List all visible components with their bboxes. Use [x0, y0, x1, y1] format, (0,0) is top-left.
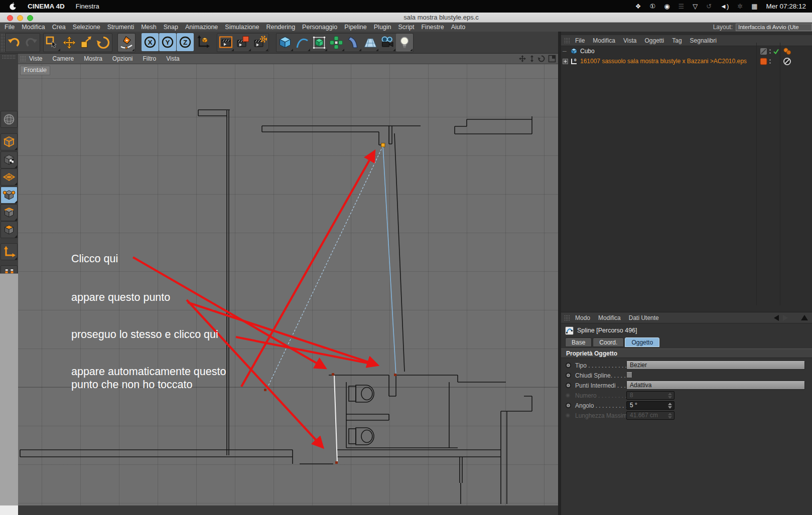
viewport-rotate-icon[interactable] [537, 55, 546, 63]
array-generator-button[interactable] [328, 34, 345, 52]
menu-mesh[interactable]: Mesh [141, 24, 157, 31]
render-picture-viewer-button[interactable] [234, 34, 251, 52]
om-menu-tag[interactable]: Tag [672, 37, 682, 44]
keyboard-icon[interactable]: ▦ [751, 3, 757, 10]
viewport-zoom-icon[interactable] [529, 55, 535, 63]
spline-point[interactable] [264, 389, 266, 391]
camera-button[interactable] [379, 34, 396, 52]
om-menu-vista[interactable]: Vista [623, 37, 636, 44]
menu-personaggio[interactable]: Personaggio [302, 24, 337, 31]
render-view-button[interactable] [217, 34, 234, 52]
volume-icon[interactable]: ◄) [720, 3, 729, 10]
bluetooth-icon[interactable]: ✲ [737, 3, 743, 10]
cube-primitive-button[interactable] [277, 34, 294, 52]
viewport-grip[interactable] [20, 56, 26, 62]
animation-dot-icon[interactable] [566, 363, 571, 368]
scale-tool[interactable] [78, 34, 95, 52]
menu-simulazione[interactable]: Simulazione [225, 24, 259, 31]
menu-strumenti[interactable]: Strumenti [107, 24, 134, 31]
menu-file[interactable]: File [5, 24, 15, 31]
object-manager-grip[interactable] [564, 38, 570, 44]
viewport-menu-mostra[interactable]: Mostra [84, 55, 102, 62]
floor-environment-button[interactable] [362, 34, 379, 52]
tab-oggetto[interactable]: Oggetto [625, 337, 659, 347]
creative-cloud-icon[interactable]: ◉ [664, 3, 669, 10]
spline-point[interactable] [332, 373, 334, 376]
menu-animazione[interactable]: Animazione [185, 24, 218, 31]
menu-modifica[interactable]: Modifica [22, 24, 45, 31]
model-mode-button[interactable] [1, 133, 18, 150]
animation-dot-icon[interactable] [566, 373, 571, 378]
subdivision-surface-button[interactable] [311, 34, 328, 52]
axis-mode-button[interactable] [1, 243, 18, 260]
visibility-dots[interactable] [769, 59, 771, 64]
angolo-field[interactable]: 5 ° [626, 401, 674, 410]
mode-toolbar-grip[interactable] [2, 55, 16, 59]
object-name[interactable]: Cubo [580, 48, 595, 55]
punti-intermedi-dropdown[interactable]: Adattiva [626, 381, 805, 390]
layer-icon[interactable] [760, 48, 767, 55]
menu-aiuto[interactable]: Aiuto [451, 24, 466, 31]
camera-view-label[interactable]: Frontale [20, 66, 50, 75]
spline-point[interactable] [394, 374, 396, 376]
redo-button[interactable] [23, 34, 40, 52]
menu-bar-clock[interactable]: Mer 07:28:12 [766, 3, 806, 10]
layer-color-icon[interactable] [760, 58, 767, 65]
menu-plugin[interactable]: Plugin [374, 24, 391, 31]
viewport-menu-viste[interactable]: Viste [29, 55, 42, 62]
animation-dot-icon[interactable] [566, 403, 571, 408]
am-menu-modo[interactable]: Modo [575, 314, 590, 321]
section-header[interactable]: Proprietà Oggetto [561, 349, 812, 358]
am-menu-modifica[interactable]: Modifica [598, 314, 621, 321]
viewport-menu-opzioni[interactable]: Opzioni [112, 55, 133, 62]
render-settings-button[interactable] [251, 34, 268, 52]
coordinate-system-button[interactable] [194, 33, 211, 51]
points-mode-button[interactable] [1, 187, 18, 204]
undo-button[interactable] [6, 34, 23, 52]
workplane-mode-button[interactable] [1, 168, 18, 186]
tab-coord[interactable]: Coord. [593, 337, 624, 347]
object-row-eps[interactable]: 0 161007 sassuolo sala mostra blustyle x… [561, 56, 812, 66]
om-menu-file[interactable]: File [575, 37, 585, 44]
tab-base[interactable]: Base [565, 337, 592, 347]
om-menu-oggetti[interactable]: Oggetti [645, 37, 664, 44]
om-menu-segnalibri[interactable]: Segnalibri [690, 37, 717, 44]
history-back-icon[interactable] [774, 315, 779, 321]
layout-selector[interactable]: Interfaccia di Avvio (Ute [736, 24, 812, 31]
parent-object-icon[interactable] [801, 315, 808, 320]
dropbox-icon[interactable]: ❖ [635, 3, 641, 10]
edge-mode-button[interactable] [1, 204, 18, 221]
toolbar-grip[interactable] [1, 34, 5, 52]
menu-rendering[interactable]: Rendering [266, 24, 295, 31]
menu-snap[interactable]: Snap [164, 24, 178, 31]
menu-crea[interactable]: Crea [52, 24, 66, 31]
menu-finestre[interactable]: Finestre [421, 24, 444, 31]
visibility-dots[interactable] [769, 49, 771, 54]
history-forward-icon[interactable] [783, 315, 788, 321]
disabled-tag-icon[interactable] [783, 57, 791, 66]
spline-primitive-button[interactable] [294, 34, 311, 52]
viewport-menu-filtro[interactable]: Filtro [143, 55, 157, 62]
om-menu-modifica[interactable]: Modifica [593, 37, 615, 44]
enabled-check-icon[interactable] [773, 48, 779, 55]
chiudi-spline-checkbox[interactable] [626, 372, 632, 378]
lock-y-axis-button[interactable]: Y [159, 33, 176, 51]
expand-icon[interactable] [563, 59, 568, 64]
animation-dot-icon[interactable] [566, 383, 571, 388]
make-editable-button[interactable] [1, 111, 18, 128]
viewport-pan-icon[interactable] [518, 55, 526, 63]
rotate-tool[interactable] [95, 34, 112, 52]
time-machine-icon[interactable]: ↺ [706, 3, 712, 10]
object-name[interactable]: 161007 sassuolo sala mostra blustyle x B… [580, 58, 747, 65]
onepassword-icon[interactable]: ① [649, 3, 655, 10]
lock-z-axis-button[interactable]: Z [177, 33, 194, 51]
lock-x-axis-button[interactable]: X [142, 33, 159, 51]
attribute-manager-grip[interactable] [564, 315, 570, 321]
viewport-menu-vista[interactable]: Vista [166, 55, 179, 62]
pen-spline-tool[interactable] [118, 34, 135, 52]
stepper-icon[interactable] [666, 402, 673, 409]
viewport-menu-camere[interactable]: Camere [52, 55, 74, 62]
polygon-mode-button[interactable] [1, 221, 18, 238]
menu-script[interactable]: Script [398, 24, 415, 31]
light-button[interactable] [396, 34, 413, 52]
